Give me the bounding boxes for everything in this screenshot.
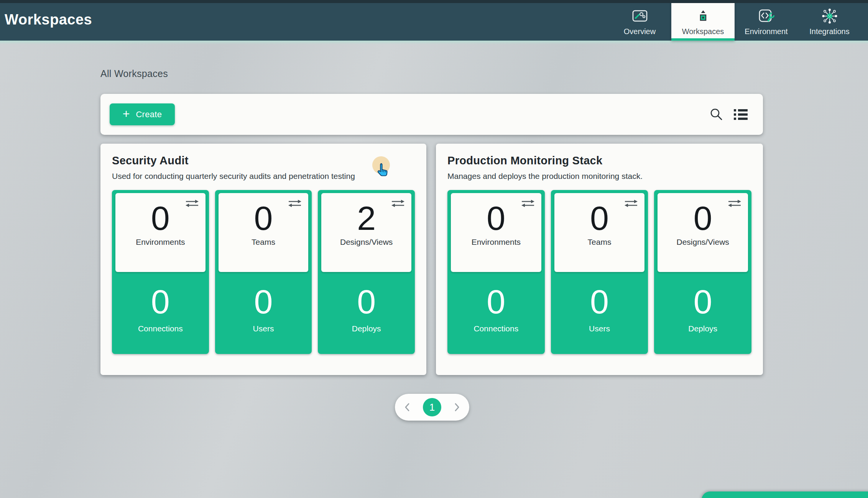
- tab-label: Workspaces: [682, 27, 724, 36]
- tab-workspaces[interactable]: Workspaces: [671, 0, 735, 41]
- stat-tile-bottom: 0 Connections: [447, 272, 545, 354]
- plus-icon: +: [123, 108, 130, 120]
- stat-label: Designs/Views: [321, 238, 411, 247]
- tab-label: Overview: [624, 27, 656, 36]
- stat-tile-designs-deploys[interactable]: 0 Designs/Views 0 Deploys: [654, 190, 751, 354]
- overview-icon: [631, 8, 648, 24]
- stat-label: Teams: [554, 238, 645, 247]
- workspace-title: Production Monitoring Stack: [447, 154, 751, 167]
- search-icon[interactable]: [710, 108, 723, 121]
- list-view-icon[interactable]: [734, 109, 748, 120]
- swap-arrows-icon[interactable]: [185, 198, 199, 210]
- swap-arrows-icon[interactable]: [521, 198, 535, 210]
- stat-tile-bottom: 0 Connections: [112, 272, 209, 354]
- create-button-label: Create: [136, 110, 162, 120]
- stat-value: 0: [551, 286, 648, 318]
- stat-value: 0: [112, 286, 209, 318]
- workspace-title: Security Audit: [112, 154, 415, 167]
- stat-label: Connections: [112, 324, 209, 333]
- app-header: Workspaces Overview: [0, 0, 868, 41]
- header-bottom-glow: [0, 41, 868, 44]
- stat-tile-designs-deploys[interactable]: 2 Designs/Views 0 Deploys: [318, 190, 415, 354]
- stat-tile-top: 0 Environments: [451, 193, 541, 272]
- tab-label: Integrations: [809, 27, 850, 36]
- active-tab-underline: [671, 38, 735, 41]
- stat-tiles: 0 Environments 0 Connections 0: [112, 190, 415, 354]
- stat-value: 0: [447, 286, 545, 318]
- stat-tile-environments-connections[interactable]: 0 Environments 0 Connections: [447, 190, 545, 354]
- integrations-icon: [822, 8, 838, 24]
- stat-label: Teams: [219, 238, 309, 247]
- stat-label: Environments: [115, 238, 205, 247]
- stat-tile-top: 0 Environments: [115, 193, 205, 272]
- corner-notification-panel[interactable]: [702, 491, 868, 498]
- workspaces-toolbar: + Create: [100, 94, 763, 135]
- workspaces-icon: [697, 8, 709, 24]
- stat-label: Users: [551, 324, 648, 333]
- stat-tile-bottom: 0 Deploys: [318, 272, 415, 354]
- tab-environment[interactable]: Environment: [735, 0, 798, 41]
- pagination: 1: [395, 394, 469, 421]
- chevron-left-icon[interactable]: [404, 403, 410, 412]
- stat-value: 0: [318, 286, 415, 318]
- environment-icon: [757, 8, 776, 24]
- page-number-button[interactable]: 1: [423, 398, 441, 416]
- stat-tile-bottom: 0 Deploys: [654, 272, 751, 354]
- stat-label: Connections: [447, 324, 545, 333]
- chevron-right-icon[interactable]: [454, 403, 460, 412]
- header-top-stripe: [0, 0, 868, 3]
- stat-tile-teams-users[interactable]: 0 Teams 0 Users: [215, 190, 312, 354]
- stat-tile-top: 0 Teams: [554, 193, 645, 272]
- page-title: All Workspaces: [100, 68, 168, 79]
- workspace-card-production-monitoring[interactable]: Production Monitoring Stack Manages and …: [436, 144, 763, 375]
- top-nav: Overview Workspaces: [608, 0, 861, 41]
- stat-tile-top: 2 Designs/Views: [321, 193, 411, 272]
- tab-overview[interactable]: Overview: [608, 0, 671, 41]
- swap-arrows-icon[interactable]: [624, 198, 638, 210]
- stat-label: Users: [215, 324, 312, 333]
- swap-arrows-icon[interactable]: [288, 198, 302, 210]
- stat-tile-environments-connections[interactable]: 0 Environments 0 Connections: [112, 190, 209, 354]
- tab-label: Environment: [745, 27, 787, 36]
- swap-arrows-icon[interactable]: [727, 198, 742, 210]
- stat-tile-bottom: 0 Users: [215, 272, 312, 354]
- app-title: Workspaces: [5, 11, 92, 28]
- tab-integrations[interactable]: Integrations: [798, 0, 861, 41]
- stat-tile-teams-users[interactable]: 0 Teams 0 Users: [551, 190, 648, 354]
- workspace-description: Used for conducting quarterly security a…: [112, 172, 415, 181]
- stat-label: Designs/Views: [658, 238, 748, 247]
- stat-tiles: 0 Environments 0 Connections 0: [447, 190, 751, 354]
- stat-label: Environments: [451, 238, 541, 247]
- stat-label: Deploys: [654, 324, 751, 333]
- hand-cursor-icon: [376, 162, 389, 179]
- stat-tile-top: 0 Teams: [219, 193, 309, 272]
- stat-tile-bottom: 0 Users: [551, 272, 648, 354]
- stat-label: Deploys: [318, 324, 415, 333]
- stat-value: 0: [654, 286, 751, 318]
- stat-tile-top: 0 Designs/Views: [658, 193, 748, 272]
- swap-arrows-icon[interactable]: [391, 198, 405, 210]
- stat-value: 0: [215, 286, 312, 318]
- create-button[interactable]: + Create: [110, 103, 175, 125]
- workspace-description: Manages and deploys the production monit…: [447, 172, 751, 181]
